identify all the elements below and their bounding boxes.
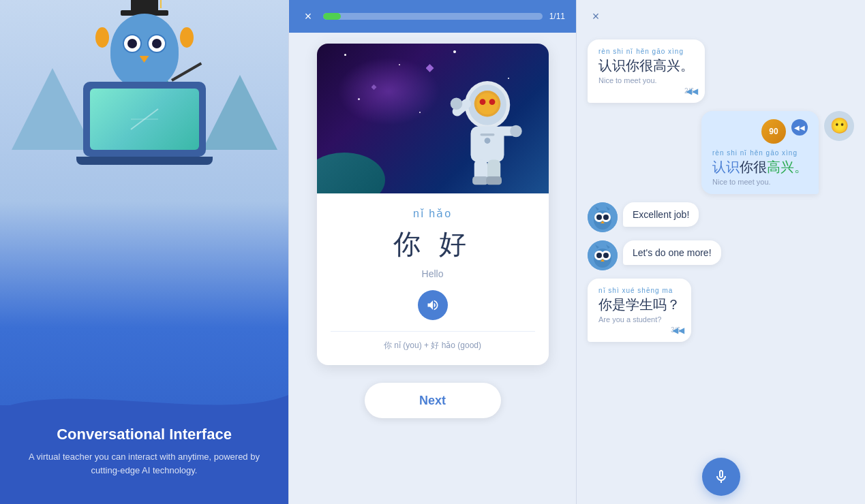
owl-illustration (76, 82, 213, 165)
svg-point-5 (476, 93, 498, 115)
msg3-chinese: 你是学生吗？ (598, 296, 680, 314)
planet (317, 153, 385, 193)
owl-avatar-svg-2 (588, 240, 618, 270)
owl-avatar-2 (588, 240, 618, 270)
speaker-icon (426, 298, 440, 312)
excellent-job-bubble: Excellent job! (623, 202, 699, 227)
msg2-translation: Nice to meet you. (712, 178, 808, 186)
microphone-button[interactable] (702, 458, 740, 496)
progress-bar-container (323, 13, 543, 20)
star (453, 50, 456, 53)
msg1-count: 2/6 (598, 87, 694, 95)
svg-rect-17 (480, 133, 494, 136)
cap-tassel (160, 0, 162, 8)
msg2-chinese: 认识你很高兴。 (712, 158, 808, 176)
svg-point-23 (596, 215, 602, 220)
laptop-screen-graphic (124, 102, 165, 136)
chat-message-1: rèn shi nǐ hěn gāo xìng 认识你很高兴。 Nice to … (588, 40, 705, 103)
mountain-right (202, 75, 277, 150)
panel1-bottom-info: Conversational Interface A virtual teach… (0, 405, 288, 504)
score-badge: 90 (761, 119, 786, 144)
owl-character (110, 14, 179, 89)
next-button[interactable]: Next (365, 383, 501, 418)
svg-point-24 (603, 215, 609, 220)
one-more-bubble: Let's do one more! (623, 240, 721, 265)
progress-label: 1/11 (549, 12, 565, 21)
msg1-pinyin: rèn shi nǐ hěn gāo xìng (598, 48, 694, 55)
nebula (337, 57, 440, 125)
audio-icon[interactable]: ◀◀ (791, 119, 808, 136)
msg1-chinese: 认识你很高兴。 (598, 57, 694, 75)
msg2-pinyin: rèn shi nǐ hěn gāo xìng (712, 149, 808, 157)
one-more-text: Let's do one more! (633, 247, 712, 258)
flashcard: nǐ hǎo 你 好 Hello 你 nǐ (you) + 好 hǎo (goo… (317, 44, 549, 365)
panel3-header: × (577, 0, 865, 33)
panel-conversational-interface: Conversational Interface A virtual teach… (0, 0, 288, 504)
panel2-header: × 1/11 (289, 0, 576, 33)
svg-point-33 (603, 253, 609, 258)
wave-decoration (0, 381, 288, 409)
system-message-2: Let's do one more! (588, 240, 721, 270)
flashcard-translation: Hello (422, 268, 444, 279)
panel2-close-button[interactable]: × (300, 8, 316, 25)
msg3-translation: Are you a student? (598, 315, 680, 324)
user-avatar-icon: 😶 (830, 117, 849, 135)
panel3-close-button[interactable]: × (588, 8, 604, 25)
svg-point-6 (479, 99, 485, 105)
panel-chat: × rèn shi nǐ hěn gāo xìng 认识你很高兴。 Nice t… (577, 0, 865, 504)
msg2-badges: 90 ◀◀ (712, 119, 808, 146)
owl-pupil-left (127, 39, 137, 48)
panel1-subtitle: A virtual teacher you can interact with … (20, 450, 268, 477)
chat-message-2: 90 ◀◀ rèn shi nǐ hěn gāo xìng 认识你很高兴。 Ni… (701, 111, 819, 194)
flashcard-pinyin: nǐ hǎo (413, 207, 452, 220)
owl-beak (140, 56, 149, 63)
owl-avatar-1 (588, 202, 618, 232)
flashcard-chinese: 你 好 (393, 225, 472, 263)
owl-avatar-svg (588, 202, 618, 232)
svg-rect-15 (472, 176, 488, 185)
mic-row (577, 450, 865, 504)
owl-pupil-right (152, 39, 162, 48)
svg-rect-16 (486, 176, 502, 185)
space-scene (317, 44, 549, 193)
chat-messages-area: rèn shi nǐ hěn gāo xìng 认识你很高兴。 Nice to … (577, 33, 865, 450)
msg3-count: 3/6 (598, 326, 680, 334)
chat-message-2-container: 90 ◀◀ rèn shi nǐ hěn gāo xìng 认识你很高兴。 Ni… (701, 111, 854, 194)
laptop (83, 82, 206, 157)
owl-eye-left (123, 34, 142, 53)
headphone-right (180, 27, 194, 48)
owl-eyes (123, 34, 166, 53)
speaker-icon-3: ◀◀ (672, 326, 684, 335)
svg-point-11 (450, 98, 462, 110)
svg-point-32 (596, 253, 602, 258)
owl-eye-right (147, 34, 166, 53)
system-message-1: Excellent job! (588, 202, 699, 232)
chat-message-3: nǐ shì xué shēng ma 你是学生吗？ Are you a stu… (588, 279, 691, 342)
highlight-green: 高兴。 (767, 159, 808, 174)
laptop-base (76, 157, 213, 165)
panel-flashcard: × 1/11 (288, 0, 577, 504)
astronaut-svg (440, 64, 535, 193)
msg3-pinyin: nǐ shì xué shēng ma (598, 287, 680, 294)
svg-point-18 (484, 138, 490, 144)
progress-bar-fill (323, 13, 341, 20)
headphone-left (95, 27, 109, 48)
owl-body (110, 14, 179, 89)
star (344, 54, 346, 56)
panel1-title: Conversational Interface (20, 426, 268, 443)
audio-play-button[interactable] (418, 290, 448, 320)
svg-point-12 (510, 125, 522, 138)
laptop-screen (90, 89, 199, 150)
flashcard-content: nǐ hǎo 你 好 Hello 你 nǐ (you) + 好 hǎo (goo… (317, 193, 549, 365)
svg-point-7 (489, 99, 495, 105)
highlight-blue: 认识 (712, 159, 740, 174)
microphone-icon (713, 469, 729, 485)
user-avatar: 😶 (824, 111, 854, 141)
flashcard-breakdown: 你 nǐ (you) + 好 hǎo (good) (331, 331, 535, 351)
flashcard-image (317, 44, 549, 193)
cap-top (131, 0, 158, 10)
excellent-job-text: Excellent job! (633, 209, 689, 220)
msg1-translation: Nice to meet you. (598, 76, 694, 84)
speaker-icon: ◀◀ (686, 86, 698, 96)
